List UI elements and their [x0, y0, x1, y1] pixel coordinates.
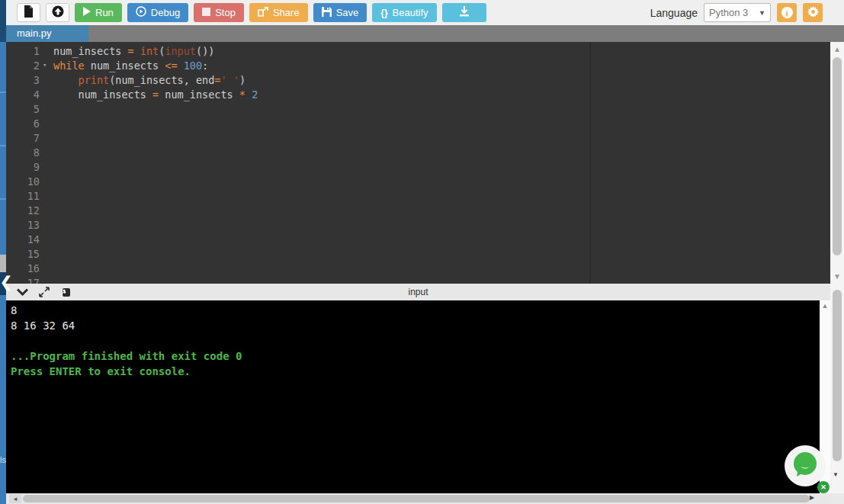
save-label: Save — [336, 7, 359, 18]
scrollbar-thumb[interactable] — [833, 57, 842, 255]
language-label: Language — [650, 7, 698, 19]
scrollbar-thumb[interactable] — [833, 290, 842, 461]
gutter-line-number: 5 — [6, 102, 41, 117]
code-token: ( — [196, 45, 202, 57]
code-token: input — [165, 45, 196, 57]
scroll-left-arrow-icon[interactable]: ◂ — [9, 494, 21, 503]
gutter-line-number: 3 — [6, 73, 41, 88]
code-token: int — [140, 45, 159, 57]
chat-widget-button[interactable] — [785, 445, 826, 486]
code-token: num_insects, end — [115, 74, 214, 86]
gutter-line-number: 4 — [6, 88, 41, 102]
settings-button[interactable] — [803, 3, 823, 22]
code-line[interactable] — [53, 131, 258, 146]
run-button[interactable]: Run — [75, 3, 122, 22]
code-line[interactable] — [53, 175, 258, 189]
console-line — [11, 333, 820, 348]
braces-icon: {} — [380, 8, 387, 18]
scroll-down-arrow-icon[interactable]: ▼ — [830, 272, 844, 281]
open-console-new-window-icon[interactable] — [60, 287, 71, 297]
code-token: 100 — [184, 59, 202, 72]
collapsed-sidebar[interactable] — [0, 0, 6, 504]
sidebar-divider — [0, 145, 6, 146]
scroll-right-arrow-icon[interactable]: ▶ — [810, 494, 814, 501]
code-line[interactable]: num_insects = num_insects * 2 — [53, 88, 258, 102]
stop-square-icon — [202, 7, 210, 18]
console-line: ...Program finished with exit code 0 — [11, 348, 820, 364]
collapse-console-icon[interactable] — [17, 288, 28, 296]
code-line[interactable] — [53, 117, 258, 131]
sidebar-collapse-chevron-icon[interactable]: ❮ — [0, 271, 11, 294]
stop-button[interactable]: Stop — [194, 3, 244, 22]
sidebar-segment — [0, 255, 6, 272]
gutter-line-number: 7 — [6, 131, 41, 146]
upload-button[interactable] — [46, 3, 69, 22]
gutter-line-number: 11 — [6, 189, 41, 204]
play-icon — [83, 7, 91, 18]
expand-console-icon[interactable] — [39, 287, 50, 297]
beautify-button[interactable]: {} Beautify — [372, 3, 436, 22]
code-token: )) — [202, 45, 214, 57]
toolbar: Run Debug Stop Share Save {} Beautify La… — [6, 0, 844, 25]
file-icon — [24, 5, 34, 20]
language-select[interactable]: Python 3 ▼ — [704, 3, 771, 22]
debug-button[interactable]: Debug — [127, 3, 188, 22]
code-token: <= — [165, 59, 177, 72]
debug-play-circle-icon — [136, 6, 146, 19]
gutter-line-number: 9 — [6, 160, 41, 175]
code-token — [178, 59, 184, 72]
console-output[interactable]: 88 16 32 64...Program finished with exit… — [6, 300, 820, 493]
console-line: 8 — [11, 303, 820, 318]
new-file-button[interactable] — [17, 3, 40, 22]
gutter-line-number: 8 — [6, 146, 41, 160]
share-button[interactable]: Share — [249, 3, 308, 22]
gear-icon — [807, 6, 819, 20]
scroll-up-arrow-icon[interactable]: ▲ — [830, 45, 844, 53]
console-header: input — [6, 284, 830, 300]
console-scroll-up-arrow-icon[interactable]: ▲ — [820, 302, 830, 310]
code-line[interactable] — [53, 189, 258, 204]
gutter-line-number: 15 — [6, 247, 41, 262]
scroll-down-arrow-icon[interactable]: ▼ — [833, 471, 839, 478]
code-line[interactable] — [53, 276, 258, 284]
code-token: * — [239, 88, 245, 101]
code-line[interactable] — [53, 146, 258, 160]
code-line[interactable] — [53, 218, 258, 233]
horizontal-scrollbar[interactable]: ◂ — [6, 493, 830, 504]
page-vertical-scrollbar[interactable] — [830, 284, 844, 493]
code-token: ' ' — [220, 74, 239, 86]
floppy-save-icon — [322, 7, 332, 19]
code-content[interactable]: num_insects = int(input())while num_inse… — [53, 44, 258, 284]
save-button[interactable]: Save — [313, 3, 367, 22]
tab-bar: main.py — [6, 25, 844, 42]
code-editor[interactable]: 1234567891011121314151617 ▾ num_insects … — [6, 42, 830, 284]
code-line[interactable] — [53, 160, 258, 175]
stop-label: Stop — [215, 7, 236, 18]
scrollbar-corner — [830, 493, 844, 504]
download-button[interactable] — [442, 3, 486, 22]
code-token — [245, 88, 252, 101]
editor-vertical-scrollbar[interactable]: ▲ ▼ — [830, 42, 844, 284]
code-line[interactable] — [53, 262, 258, 276]
code-line[interactable] — [53, 247, 258, 262]
code-token: = — [152, 88, 159, 101]
code-token: num_insects — [159, 88, 239, 101]
code-line[interactable] — [53, 233, 258, 247]
code-line[interactable] — [53, 102, 258, 117]
code-line[interactable]: print(num_insects, end=' ') — [53, 73, 258, 88]
code-fold-arrow-icon[interactable]: ▾ — [43, 61, 47, 69]
info-icon: i — [781, 7, 793, 18]
chat-close-badge[interactable]: ✕ — [817, 481, 830, 493]
tab-main-py[interactable]: main.py — [6, 25, 88, 42]
code-token: = — [128, 45, 134, 57]
gutter-line-number: 2 — [6, 59, 41, 73]
code-token: 2 — [252, 88, 258, 101]
scrollbar-thumb[interactable] — [23, 495, 810, 502]
beautify-label: Beautify — [393, 7, 428, 18]
code-line[interactable] — [53, 204, 258, 218]
code-token: num_insects — [53, 88, 152, 101]
code-line[interactable]: while num_insects <= 100: — [53, 59, 258, 73]
debug-label: Debug — [151, 7, 180, 18]
info-button[interactable]: i — [777, 3, 797, 22]
code-line[interactable]: num_insects = int(input()) — [53, 44, 258, 59]
